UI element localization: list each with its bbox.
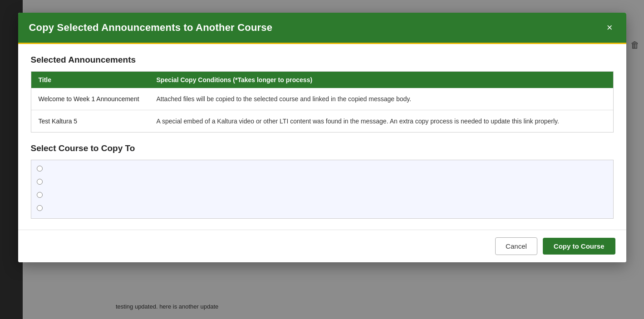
announcements-table-wrapper: Title Special Copy Conditions (*Takes lo… (31, 71, 614, 133)
cancel-button[interactable]: Cancel (495, 237, 537, 255)
course-radio-item-3[interactable] (31, 188, 613, 201)
course-radio-item-2[interactable] (31, 175, 613, 188)
select-course-heading: Select Course to Copy To (31, 143, 614, 153)
modal-overlay: Copy Selected Announcements to Another C… (0, 0, 644, 319)
selected-announcements-section: Selected Announcements Title Special Cop… (31, 55, 614, 133)
course-radio-4[interactable] (37, 205, 43, 211)
table-row: Test Kaltura 5A special embed of a Kaltu… (31, 110, 613, 133)
modal-footer: Cancel Copy to Course (18, 230, 626, 262)
modal-header: Copy Selected Announcements to Another C… (18, 13, 626, 44)
course-radio-3[interactable] (37, 192, 43, 198)
selected-announcements-heading: Selected Announcements (31, 55, 614, 65)
announcements-table: Title Special Copy Conditions (*Takes lo… (31, 72, 613, 132)
course-radio-item-4[interactable] (31, 201, 613, 215)
table-header-row: Title Special Copy Conditions (*Takes lo… (31, 72, 613, 88)
col-conditions: Special Copy Conditions (*Takes longer t… (149, 72, 613, 88)
course-radio-2[interactable] (37, 179, 43, 185)
table-row: Welcome to Week 1 AnnouncementAttached f… (31, 88, 613, 110)
copy-to-course-button[interactable]: Copy to Course (543, 238, 615, 255)
modal-close-button[interactable]: × (604, 22, 615, 34)
table-cell-title: Welcome to Week 1 Announcement (31, 88, 149, 110)
modal-body: Selected Announcements Title Special Cop… (18, 44, 626, 230)
course-radio-1[interactable] (37, 166, 43, 172)
table-cell-conditions: Attached files will be copied to the sel… (149, 88, 613, 110)
table-cell-title: Test Kaltura 5 (31, 110, 149, 133)
copy-announcements-modal: Copy Selected Announcements to Another C… (18, 13, 626, 262)
table-cell-conditions: A special embed of a Kaltura video or ot… (149, 110, 613, 133)
modal-title: Copy Selected Announcements to Another C… (29, 22, 273, 34)
course-list-wrapper[interactable] (31, 160, 614, 219)
col-title: Title (31, 72, 149, 88)
course-radio-item-1[interactable] (31, 162, 613, 175)
course-select-section: Select Course to Copy To (31, 143, 614, 219)
